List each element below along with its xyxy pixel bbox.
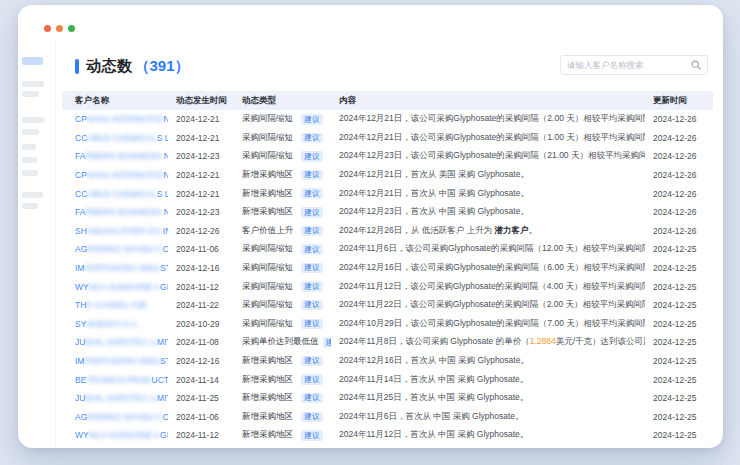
- customer-name-link[interactable]: WYNCA SUNSHINE AGRIC ...: [62, 277, 168, 296]
- table-row: AGROKING SHANIA COMPA...2024-11-06新增采购地区…: [62, 408, 713, 427]
- customer-name-redacted: RMERS BUSINESS: [85, 151, 163, 161]
- search-input[interactable]: [567, 60, 691, 70]
- customer-name-text: INTER...: [163, 226, 168, 236]
- customer-name-link[interactable]: AGROKING SHANIA COMPA...: [62, 240, 168, 259]
- customer-name-text: NET...: [164, 151, 168, 161]
- customer-name-link[interactable]: WYNCA SUNSHINE AGRIC ...: [62, 426, 168, 445]
- dynamic-content: 2024年11月8日，该公司采购 Glyphosate 的单价（1.2884美元…: [331, 333, 645, 352]
- customer-name-redacted: BAIL AGROTEC LI: [85, 337, 157, 347]
- customer-name-link[interactable]: AGROKING SHANIA COMPA...: [62, 408, 168, 427]
- customer-name-redacted: NGENTA S.A.: [86, 319, 139, 329]
- dynamic-content: 2024年12月26日，从 低活跃客户 上升为 潜力客户。: [331, 222, 645, 241]
- dynamic-content: 2024年11月6日，该公司采购Glyphosate的采购间隔（12.00 天）…: [331, 240, 645, 259]
- customer-name-link[interactable]: IMPORTADORA INDUSTRIA...: [62, 352, 168, 371]
- sidebar-item[interactable]: [22, 117, 44, 123]
- event-date: 2024-11-12: [168, 277, 234, 296]
- table-row: JUBAIL AGROTEC LIMITED2024-11-25新增采购地区建议…: [62, 389, 713, 408]
- table-row: CPNANA INTERNATIONAL L...2024-12-21新增采购地…: [62, 166, 713, 185]
- dynamic-type-label: 新增采购地区: [242, 411, 293, 423]
- customer-name-link[interactable]: CPNANA INTERNATIONAL L...: [62, 110, 168, 129]
- search-icon[interactable]: [691, 60, 701, 70]
- suggestion-badge: 建议: [301, 430, 323, 441]
- update-date: 2024-12-25: [645, 315, 713, 334]
- customer-name-link[interactable]: JUBAIL AGROTEC LIMITED: [62, 389, 168, 408]
- dynamic-type-cell: 采购间隔缩短建议: [234, 277, 331, 296]
- customer-name-redacted: TRONICS PROD: [86, 375, 151, 385]
- close-window-icon[interactable]: [44, 25, 51, 32]
- dynamic-type-label: 新增采购地区: [242, 355, 293, 367]
- customer-name-text: MITED: [157, 393, 168, 403]
- customer-name-text: WY: [75, 282, 89, 292]
- customer-name-text: AG: [75, 244, 87, 254]
- suggestion-badge: 建议: [301, 151, 323, 162]
- customer-name-text: GRIC ...: [160, 282, 168, 292]
- dynamic-content: 2024年11月12日，该公司采购Glyphosate的采购间隔（4.00 天）…: [331, 277, 645, 296]
- customer-name-text: NAL L...: [163, 170, 168, 180]
- customer-name-redacted: BAIL AGROTEC LI: [85, 393, 157, 403]
- update-date: 2024-12-25: [645, 259, 713, 278]
- customer-name-text: SH: [75, 226, 87, 236]
- customer-name-text: CC: [75, 133, 87, 143]
- customer-name-link[interactable]: JUBAIL AGROTEC LIMITED: [62, 333, 168, 352]
- sidebar-item[interactable]: [22, 170, 38, 176]
- main-content: 动态数 （391） 客户: [56, 41, 723, 448]
- event-date: 2024-12-23: [168, 203, 234, 222]
- sidebar-item[interactable]: [22, 157, 37, 163]
- customer-name-link[interactable]: CPNANA INTERNATIONAL L...: [62, 166, 168, 185]
- sidebar-item[interactable]: [22, 91, 39, 97]
- customer-name-text: SY: [75, 319, 86, 329]
- dynamic-content: 2024年12月23日，首次从 中国 采购 Glyphosate。: [331, 203, 645, 222]
- dynamic-type-label: 新增采购地区: [242, 169, 293, 181]
- customer-name-link[interactable]: BETRONICS PRODUCTIO...: [62, 370, 168, 389]
- table-row: FARMERS BUSINESS NET...2024-12-23采购间隔缩短建…: [62, 147, 713, 166]
- customer-name-link[interactable]: CCABUS CHEMICALS LLC: [62, 129, 168, 148]
- sidebar-item-active[interactable]: [22, 57, 43, 65]
- customer-name-text: JU: [75, 337, 85, 347]
- sidebar-item[interactable]: [22, 192, 43, 198]
- customer-search-box[interactable]: [560, 55, 708, 75]
- suggestion-badge: 建议: [323, 337, 332, 348]
- suggestion-badge: 建议: [301, 226, 323, 237]
- customer-name-text: S LLC: [157, 189, 168, 199]
- update-date: 2024-12-25: [645, 240, 713, 259]
- sidebar-item[interactable]: [22, 129, 39, 135]
- customer-name-link[interactable]: CCABUS CHEMICALS LLC: [62, 184, 168, 203]
- customer-name-redacted: ROKING SHANIA C: [87, 244, 163, 254]
- event-date: 2024-11-08: [168, 333, 234, 352]
- customer-name-redacted: ABUS CHEMICAL: [87, 189, 156, 199]
- customer-name-link[interactable]: IMPORTADORA INDUSTRIA...: [62, 259, 168, 278]
- minimize-window-icon[interactable]: [56, 25, 63, 32]
- event-date: 2024-11-25: [168, 389, 234, 408]
- dynamic-type-label: 采购间隔缩短: [242, 132, 293, 144]
- customer-name-text: STRIA...: [160, 263, 168, 273]
- dynamic-content: 2024年12月21日，该公司采购Glyphosate的采购间隔（2.00 天）…: [331, 110, 645, 129]
- dynamic-type-cell: 新增采购地区建议: [234, 166, 331, 185]
- customer-name-link[interactable]: FARMERS BUSINESS NET...: [62, 203, 168, 222]
- table-row: BETRONICS PRODUCTIO...2024-11-14新增采购地区建议…: [62, 370, 713, 389]
- customer-name-text: MITED: [157, 337, 168, 347]
- suggestion-badge: 建议: [301, 356, 323, 367]
- customer-name-redacted: ABUS CHEMICAL: [87, 133, 156, 143]
- customer-name-text: OMPA...: [163, 412, 168, 422]
- dynamic-content: 2024年12月16日，该公司采购Glyphosate的采购间隔（6.00 天）…: [331, 259, 645, 278]
- dynamic-content: 2024年11月12日，首次从 中国 采购 Glyphosate。: [331, 426, 645, 445]
- customer-name-text: GRIC ...: [160, 430, 168, 440]
- customer-name-text: FA: [75, 207, 85, 217]
- maximize-window-icon[interactable]: [68, 25, 75, 32]
- customer-name-link[interactable]: FARMERS BUSINESS NET...: [62, 147, 168, 166]
- customer-name-text: BE: [75, 375, 86, 385]
- update-date: 2024-12-25: [645, 389, 713, 408]
- sidebar-item[interactable]: [22, 203, 38, 209]
- customer-name-text: AG: [75, 412, 87, 422]
- dynamic-type-cell: 客户价值上升建议: [234, 222, 331, 241]
- sidebar-item[interactable]: [22, 81, 44, 87]
- customer-name-link[interactable]: SYNGENTA S.A.: [62, 315, 168, 334]
- sidebar-item[interactable]: [22, 144, 36, 150]
- column-header: 客户名称: [62, 91, 168, 110]
- customer-name-link[interactable]: SHANGHAI EVER GO INTER...: [62, 222, 168, 241]
- customer-name-link[interactable]: THE CANDEL F2B: [62, 296, 168, 315]
- customer-name-text: WY: [75, 430, 89, 440]
- column-header: 内容: [331, 91, 645, 110]
- event-date: 2024-12-21: [168, 184, 234, 203]
- dynamics-table: 客户名称动态发生时间动态类型内容更新时间 CPNANA INTERNATIONA…: [62, 91, 713, 445]
